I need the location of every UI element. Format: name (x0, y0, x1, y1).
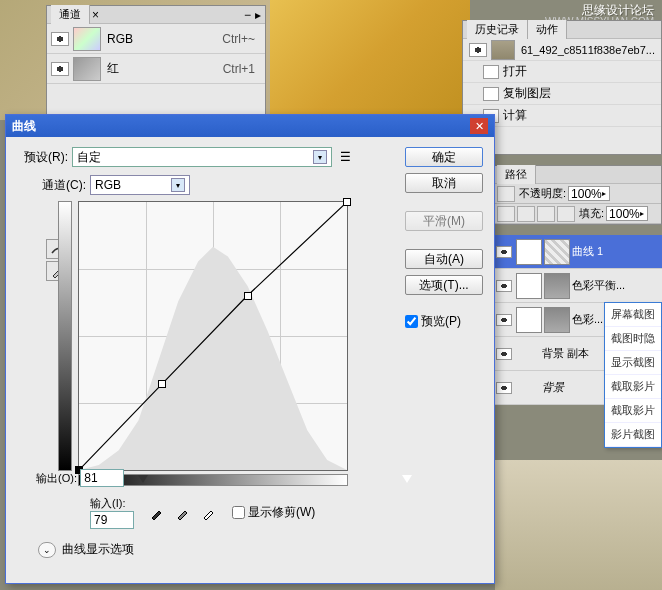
layer-name: 背景 (542, 380, 564, 395)
visibility-eye-icon[interactable] (496, 382, 512, 394)
ok-button[interactable]: 确定 (405, 147, 483, 167)
channel-shortcut: Ctrl+~ (222, 32, 255, 46)
preset-select[interactable]: 自定 ▾ (72, 147, 332, 167)
layer-name: 曲线 1 (572, 244, 603, 259)
tab-close-icon[interactable]: × (92, 8, 99, 22)
lock-pixels-icon[interactable] (517, 206, 535, 222)
layer-mask-thumb[interactable] (516, 239, 542, 265)
curve-display-options-label: 曲线显示选项 (62, 541, 134, 558)
channel-row-rgb[interactable]: RGB Ctrl+~ (47, 24, 265, 54)
visibility-eye-icon[interactable] (51, 32, 69, 46)
input-input[interactable] (90, 511, 134, 529)
layer-mask-thumb[interactable] (516, 273, 542, 299)
context-item[interactable]: 显示截图 (605, 351, 661, 375)
preview-checkbox[interactable]: 预览(P) (405, 313, 482, 330)
history-item-label: 计算 (503, 107, 527, 124)
cancel-button[interactable]: 取消 (405, 173, 483, 193)
context-item[interactable]: 截取影片 (605, 375, 661, 399)
smooth-button[interactable]: 平滑(M) (405, 211, 483, 231)
show-clip-input[interactable] (232, 506, 245, 519)
blend-mode-icon[interactable] (497, 186, 515, 202)
auto-button[interactable]: 自动(A) (405, 249, 483, 269)
layer-adj-thumb[interactable] (544, 273, 570, 299)
black-point-slider[interactable] (138, 475, 148, 483)
options-button[interactable]: 选项(T)... (405, 275, 483, 295)
visibility-eye-icon[interactable] (496, 348, 512, 360)
layer-name: 色彩... (572, 312, 603, 327)
preview-input[interactable] (405, 315, 418, 328)
channel-name: RGB (107, 32, 222, 46)
channel-shortcut: Ctrl+1 (223, 62, 255, 76)
context-item[interactable]: 截取影片 (605, 399, 661, 423)
actions-tab[interactable]: 动作 (528, 20, 567, 39)
layer-mask-thumb[interactable] (516, 307, 542, 333)
lock-all-icon[interactable] (557, 206, 575, 222)
white-eyedropper-icon[interactable] (198, 503, 220, 523)
channel-thumb (73, 57, 101, 81)
curve-line (79, 202, 347, 470)
panel-menu-icon[interactable]: ▸ (255, 8, 261, 22)
curve-point[interactable] (158, 380, 166, 388)
layer-row[interactable]: 色彩平衡... (492, 269, 662, 303)
history-thumb (491, 40, 515, 60)
opacity-value[interactable]: 100%▸ (568, 186, 610, 201)
close-icon[interactable]: ✕ (470, 118, 488, 134)
channels-panel-header[interactable]: 通道 × − ▸ (47, 6, 265, 24)
layer-row-curves[interactable]: 曲线 1 (492, 235, 662, 269)
channel-row-red[interactable]: 红 Ctrl+1 (47, 54, 265, 84)
visibility-eye-icon[interactable] (496, 280, 512, 292)
history-doc-name: 61_492_c8511f838e7eb7... (521, 44, 655, 56)
visibility-eye-icon[interactable] (496, 246, 512, 258)
history-item[interactable]: 复制图层 (463, 83, 661, 105)
preset-menu-icon[interactable]: ☰ (340, 150, 351, 164)
paths-tab[interactable]: 路径 (497, 165, 536, 184)
layer-name: 色彩平衡... (572, 278, 625, 293)
lock-icon[interactable] (497, 206, 515, 222)
chevron-down-icon: ▾ (171, 178, 185, 192)
layer-adj-thumb[interactable] (544, 239, 570, 265)
panel-minimize-icon[interactable]: − (244, 8, 251, 22)
history-item-label: 复制图层 (503, 85, 551, 102)
history-panel-header[interactable]: 历史记录 动作 (463, 21, 661, 39)
context-item[interactable]: 截图时隐 (605, 327, 661, 351)
paths-panel-header[interactable]: 路径 (493, 166, 661, 184)
curves-dialog: 曲线 ✕ 预设(R): 自定 ▾ ☰ 通道(C): RGB ▾ (5, 114, 495, 584)
visibility-eye-icon[interactable] (469, 43, 487, 57)
output-label: 输出(O): (36, 472, 77, 484)
context-menu: 屏幕截图 截图时隐 显示截图 截取影片 截取影片 影片截图 (604, 302, 662, 448)
preset-value: 自定 (77, 149, 101, 166)
gray-eyedropper-icon[interactable] (172, 503, 194, 523)
opacity-label: 不透明度: (519, 186, 566, 201)
history-tab[interactable]: 历史记录 (467, 20, 528, 39)
layer-adj-thumb[interactable] (544, 307, 570, 333)
show-clip-checkbox[interactable]: 显示修剪(W) (232, 504, 315, 521)
context-item[interactable]: 屏幕截图 (605, 303, 661, 327)
lock-position-icon[interactable] (537, 206, 555, 222)
channel-select[interactable]: RGB ▾ (90, 175, 190, 195)
layer-name: 背景 副本 (542, 346, 589, 361)
visibility-eye-icon[interactable] (496, 314, 512, 326)
fill-label: 填充: (579, 206, 604, 221)
history-item[interactable]: 打开 (463, 61, 661, 83)
output-gradient (58, 201, 72, 471)
white-point-slider[interactable] (402, 475, 412, 483)
visibility-eye-icon[interactable] (51, 62, 69, 76)
preview-label: 预览(P) (421, 313, 461, 330)
output-input[interactable] (80, 469, 124, 487)
curve-point[interactable] (244, 292, 252, 300)
channel-select-label: 通道(C): (42, 177, 90, 194)
curve-point[interactable] (343, 198, 351, 206)
black-eyedropper-icon[interactable] (146, 503, 168, 523)
history-item-label: 打开 (503, 63, 527, 80)
fill-value[interactable]: 100%▸ (606, 206, 648, 221)
paths-panel: 路径 不透明度: 100%▸ 填充: 100%▸ (492, 165, 662, 225)
expand-options-icon[interactable]: ⌄ (38, 542, 56, 558)
history-doc-row[interactable]: 61_492_c8511f838e7eb7... (463, 39, 661, 61)
dialog-titlebar[interactable]: 曲线 ✕ (6, 115, 494, 137)
channels-tab[interactable]: 通道 (51, 5, 90, 24)
curves-graph[interactable] (78, 201, 348, 471)
preset-label: 预设(R): (18, 149, 72, 166)
duplicate-layer-icon (483, 87, 499, 101)
channel-select-value: RGB (95, 178, 121, 192)
context-item[interactable]: 影片截图 (605, 423, 661, 447)
